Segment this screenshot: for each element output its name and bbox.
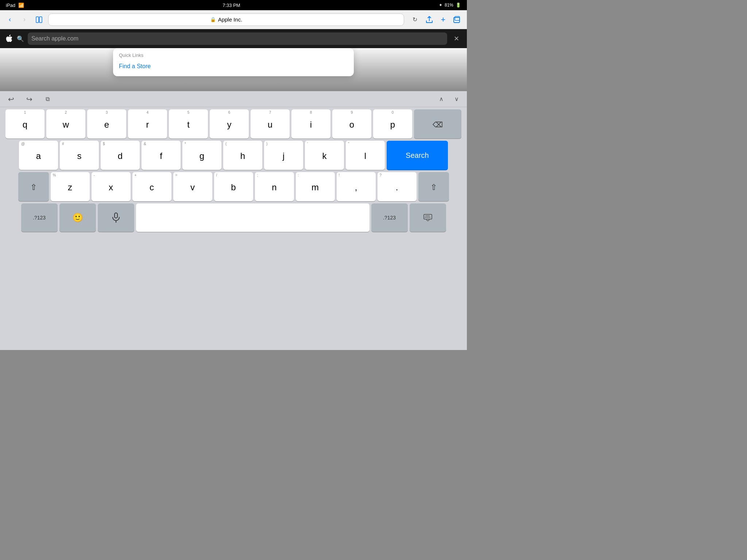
key-e[interactable]: 3e (87, 109, 126, 139)
key-n[interactable]: ;n (255, 172, 294, 201)
status-bar: iPad 📶 7:33 PM ✦ 81% 🔋 (0, 0, 467, 10)
bluetooth-icon: ✦ (439, 3, 442, 8)
key-p[interactable]: 0p (373, 109, 412, 139)
key-j[interactable]: )j (264, 141, 303, 170)
time-label: 7:33 PM (222, 3, 240, 8)
carrier-label: iPad (6, 3, 15, 8)
lock-icon: 🔒 (210, 17, 216, 22)
num-switch-right-button[interactable]: .?123 (371, 203, 408, 232)
undo-button[interactable]: ↩ (4, 93, 18, 106)
back-button[interactable]: ‹ (4, 14, 15, 25)
search-bar: 🔍 ✕ (0, 29, 467, 48)
key-comma[interactable]: !, (337, 172, 376, 201)
svg-rect-6 (424, 214, 432, 219)
quick-links-title: Quick Links (119, 52, 348, 58)
shift-right-button[interactable]: ⇧ (418, 172, 449, 201)
forward-button[interactable]: › (19, 14, 30, 25)
key-k[interactable]: 'k (305, 141, 344, 170)
key-y[interactable]: 6y (210, 109, 249, 139)
keyboard-rows: 1q 2w 3e 4r 5t 6y 7u 8i 9o 0p ⌫ @a #s $d… (0, 107, 467, 233)
keyboard-row-4: .?123 🙂 .?123 (1, 203, 465, 232)
key-r[interactable]: 4r (128, 109, 167, 139)
copy-paste-button[interactable]: ⧉ (40, 93, 55, 106)
browser-toolbar: ‹ › 🔒 Apple Inc. ↻ + (0, 10, 467, 29)
key-v[interactable]: =v (173, 172, 212, 201)
status-right: ✦ 81% 🔋 (439, 3, 461, 8)
key-l[interactable]: "l (346, 141, 385, 170)
space-key[interactable] (136, 203, 369, 232)
keyboard-row-3: ⇧ %z -x +c =v /b ;n :m !, ?. ⇧ (1, 172, 465, 201)
quick-links-find-store[interactable]: Find a Store (119, 61, 348, 72)
shift-left-button[interactable]: ⇧ (18, 172, 49, 201)
cursor-down-button[interactable]: ∨ (450, 93, 463, 106)
status-left: iPad 📶 (6, 3, 24, 8)
key-o[interactable]: 9o (332, 109, 371, 139)
key-m[interactable]: :m (296, 172, 335, 201)
svg-rect-1 (39, 17, 42, 23)
keyboard-nav-buttons: ∧ ∨ (435, 93, 463, 106)
close-button[interactable]: ✕ (451, 33, 462, 44)
bookmarks-button[interactable] (34, 14, 44, 25)
key-b[interactable]: /b (214, 172, 253, 201)
tabs-button[interactable] (452, 14, 462, 25)
new-tab-button[interactable]: + (438, 14, 449, 25)
svg-rect-3 (455, 16, 460, 20)
battery-icon: 🔋 (456, 3, 461, 8)
key-u[interactable]: 7u (251, 109, 290, 139)
key-z[interactable]: %z (51, 172, 90, 201)
key-f[interactable]: &f (142, 141, 181, 170)
url-text: Apple Inc. (218, 16, 243, 23)
redo-button[interactable]: ↪ (22, 93, 36, 106)
key-a[interactable]: @a (19, 141, 58, 170)
search-icon: 🔍 (17, 35, 24, 42)
key-period[interactable]: ?. (378, 172, 417, 201)
keyboard-row-2: @a #s $d &f *g (h )j 'k "l Search (1, 141, 465, 170)
battery-label: 81% (445, 3, 453, 8)
key-q[interactable]: 1q (5, 109, 44, 139)
search-button[interactable]: Search (387, 141, 448, 170)
toolbar-actions: + (424, 14, 462, 25)
key-g[interactable]: *g (182, 141, 221, 170)
url-bar[interactable]: 🔒 Apple Inc. (48, 13, 404, 26)
wifi-icon: 📶 (18, 3, 24, 8)
svg-rect-4 (115, 213, 117, 218)
keyboard-row-1: 1q 2w 3e 4r 5t 6y 7u 8i 9o 0p ⌫ (1, 109, 465, 139)
reload-button[interactable]: ↻ (409, 14, 420, 25)
key-w[interactable]: 2w (46, 109, 85, 139)
apple-logo-icon (5, 35, 13, 43)
search-input[interactable] (28, 32, 447, 45)
cursor-up-button[interactable]: ∧ (435, 93, 448, 106)
keyboard-area: ↩ ↪ ⧉ ∧ ∨ 1q 2w 3e 4r 5t 6y 7u 8i 9o 0p … (0, 91, 467, 350)
quick-links-panel: Quick Links Find a Store (113, 48, 354, 76)
key-x[interactable]: -x (92, 172, 131, 201)
emoji-button[interactable]: 🙂 (59, 203, 96, 232)
key-h[interactable]: (h (223, 141, 262, 170)
key-i[interactable]: 8i (291, 109, 330, 139)
keyboard-toolbar: ↩ ↪ ⧉ ∧ ∨ (0, 91, 467, 107)
key-d[interactable]: $d (101, 141, 140, 170)
key-c[interactable]: +c (132, 172, 171, 201)
mic-button[interactable] (98, 203, 134, 232)
num-switch-left-button[interactable]: .?123 (21, 203, 58, 232)
key-s[interactable]: #s (60, 141, 99, 170)
delete-key[interactable]: ⌫ (414, 109, 461, 139)
share-button[interactable] (424, 14, 435, 25)
svg-rect-0 (36, 17, 39, 23)
keyboard-hide-button[interactable] (410, 203, 446, 232)
key-t[interactable]: 5t (169, 109, 208, 139)
